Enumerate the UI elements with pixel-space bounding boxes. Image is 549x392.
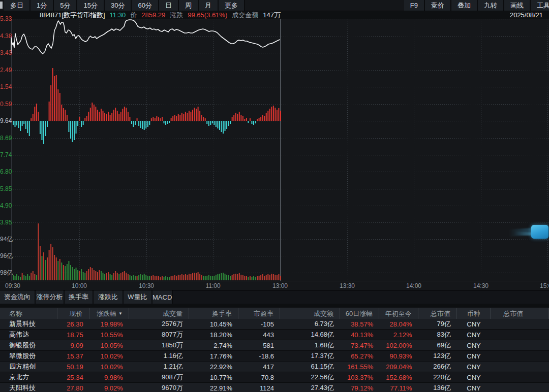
y-axis-label: 1.54 bbox=[0, 84, 12, 90]
period-menu-item[interactable]: 多日 bbox=[4, 0, 30, 11]
cell-market-cap: 136亿 bbox=[418, 383, 457, 392]
cell-volume: 9670万 bbox=[129, 383, 189, 392]
cell-market-cap: 123亿 bbox=[418, 351, 457, 361]
cell-change-pct: 9.98% bbox=[89, 374, 129, 381]
cell-price: 9.09 bbox=[57, 342, 89, 349]
period-menu-item[interactable]: 周 bbox=[179, 0, 199, 11]
x-axis-label: 14:00 bbox=[406, 282, 421, 289]
tools-menu-item[interactable]: 画线 bbox=[504, 0, 531, 11]
y-axis-label: 5.33 bbox=[0, 16, 12, 22]
period-menu-item[interactable]: 月 bbox=[199, 0, 219, 11]
y-axis-label: 98亿 bbox=[0, 270, 13, 276]
cell-amount: 1.68亿 bbox=[280, 341, 340, 350]
col-header-amount[interactable]: 成交额 bbox=[280, 308, 340, 319]
quote-time: 11:30 bbox=[110, 11, 126, 19]
tools-menu-item[interactable]: 叠加 bbox=[451, 0, 478, 11]
cell-name: 天阳科技 bbox=[0, 383, 57, 392]
cell-turnover: 2.74% bbox=[189, 342, 238, 349]
cell-price: 27.80 bbox=[57, 384, 89, 392]
col-header-60d-gain[interactable]: 60日涨幅 bbox=[340, 308, 379, 319]
indicator-tab[interactable]: W量比 bbox=[124, 290, 152, 304]
cell-name: 御银股份 bbox=[0, 341, 57, 350]
indicator-tab[interactable]: MACD bbox=[152, 290, 173, 304]
cell-currency: CNY bbox=[457, 342, 491, 349]
indicator-tab[interactable]: 换手率 bbox=[65, 290, 94, 304]
table-row[interactable]: 四方精创 50.19 10.02% 1.21亿 22.92% 417 61.15… bbox=[0, 362, 549, 372]
cell-amount: 14.68亿 bbox=[280, 330, 340, 339]
col-header-market-cap[interactable]: 总市值 bbox=[418, 308, 457, 319]
cell-turnover: 18.20% bbox=[189, 331, 238, 339]
cell-change-pct: 10.02% bbox=[89, 352, 129, 360]
cell-market-cap: 79亿 bbox=[418, 319, 457, 329]
cell-pe: -18.6 bbox=[238, 352, 280, 360]
period-menu-item[interactable]: 60分 bbox=[132, 0, 159, 11]
cell-60d-gain: 161.55% bbox=[340, 363, 379, 371]
intraday-chart[interactable]: 5.334.383.432.491.540.599.648.697.746.80… bbox=[0, 19, 549, 281]
cell-currency: CNY bbox=[457, 374, 491, 381]
y-axis-label: 9.64 bbox=[0, 118, 12, 124]
price-value: 2859.29 bbox=[141, 11, 165, 19]
tools-menu-item[interactable]: 竞价 bbox=[425, 0, 451, 11]
sort-desc-icon: ▼ bbox=[118, 311, 123, 316]
indicator-tab[interactable]: 资金流向 bbox=[0, 290, 36, 304]
cell-turnover: 22.91% bbox=[189, 384, 238, 392]
trade-date: 2025/08/21 bbox=[510, 11, 543, 19]
tools-menu-item[interactable]: 工具 bbox=[531, 0, 549, 11]
table-row[interactable]: 京北方 25.34 9.98% 9087万 10.77% 70.8 22.56亿… bbox=[0, 372, 549, 383]
y-axis-label: 96亿 bbox=[0, 253, 13, 259]
col-header-volume[interactable]: 成交量 bbox=[129, 308, 189, 319]
period-menu-item[interactable]: 更多 bbox=[219, 0, 245, 11]
period-menu-item[interactable]: 15分 bbox=[77, 0, 104, 11]
quote-infobar: 884871[数字货币指数] 11:30 价 2859.29 涨跌 99.65(… bbox=[0, 11, 549, 19]
col-header-turnover[interactable]: 换手率 bbox=[189, 308, 238, 319]
period-menu-item[interactable]: 5分 bbox=[54, 0, 77, 11]
x-axis-label: 11:00 bbox=[205, 282, 220, 289]
col-header-currency[interactable]: 币种 bbox=[457, 308, 491, 319]
tools-menu-item[interactable]: F9 bbox=[404, 0, 425, 11]
index-code-name: 884871[数字货币指数] bbox=[40, 11, 105, 20]
cell-market-cap: 83亿 bbox=[418, 330, 457, 339]
table-row[interactable]: 新晨科技 26.30 19.98% 2576万 10.45% -105 6.73… bbox=[0, 319, 549, 330]
period-menu-item[interactable]: 1分 bbox=[30, 0, 54, 11]
cell-change-pct: 10.55% bbox=[89, 331, 129, 339]
table-row[interactable]: 高伟达 18.75 10.55% 8077万 18.20% 443 14.68亿… bbox=[0, 330, 549, 340]
table-row[interactable]: 天阳科技 27.80 9.02% 9670万 22.91% 1124 27.43… bbox=[0, 383, 549, 392]
indicator-tab[interactable]: 涨跌比 bbox=[94, 290, 124, 304]
cell-60d-gain: 73.47% bbox=[340, 342, 379, 349]
chart-canvas[interactable] bbox=[0, 19, 549, 281]
col-header-pe[interactable]: 市盈率 bbox=[238, 308, 280, 319]
cell-price: 18.75 bbox=[57, 331, 89, 339]
cell-price: 25.34 bbox=[57, 374, 89, 381]
table-row[interactable]: 翠微股份 15.37 10.02% 1.16亿 17.76% -18.6 17.… bbox=[0, 351, 549, 362]
cell-amount: 22.56亿 bbox=[280, 373, 340, 382]
table-row[interactable]: 御银股份 9.09 10.05% 1850万 2.74% 581 1.68亿 7… bbox=[0, 340, 549, 351]
col-header-change-pct[interactable]: 涨跌幅▼ bbox=[89, 308, 129, 319]
col-header-price[interactable]: 现价 bbox=[57, 308, 89, 319]
cell-currency: CNY bbox=[457, 363, 491, 371]
cell-market-cap: 69亿 bbox=[418, 341, 457, 350]
cell-currency: CNY bbox=[457, 331, 491, 339]
cell-pe: 581 bbox=[238, 342, 280, 349]
tools-menu-item[interactable]: 九转 bbox=[478, 0, 504, 11]
col-header-total-cap[interactable]: 总市值 bbox=[491, 308, 549, 319]
period-menu: 多日1分5分15分30分60分日周月更多 bbox=[4, 0, 245, 11]
period-menubar: 多日1分5分15分30分60分日周月更多 F9竞价叠加九转画线工具 bbox=[0, 0, 549, 11]
col-header-ytd[interactable]: 年初至今 bbox=[379, 308, 418, 319]
period-menu-item[interactable]: 30分 bbox=[105, 0, 132, 11]
cell-ytd: 152.68% bbox=[379, 374, 418, 381]
indicator-tab[interactable]: 涨停分析 bbox=[36, 290, 65, 304]
price-label: 价 bbox=[130, 11, 137, 20]
cell-name: 新晨科技 bbox=[0, 319, 57, 329]
change-label: 涨跌 bbox=[170, 11, 183, 20]
col-header-name[interactable]: 名称 bbox=[0, 308, 57, 319]
left-edge-handle[interactable] bbox=[0, 2, 3, 9]
price-line bbox=[11, 20, 280, 54]
cell-name: 四方精创 bbox=[0, 362, 57, 371]
period-menu-item[interactable]: 日 bbox=[159, 0, 179, 11]
cell-ytd: 209.04% bbox=[379, 363, 418, 371]
amount-value: 147万 bbox=[263, 11, 281, 20]
cell-ytd: 77.11% bbox=[379, 384, 418, 392]
y-axis-label: 8.69 bbox=[0, 135, 12, 141]
cell-pe: -105 bbox=[238, 320, 280, 328]
section-divider bbox=[0, 304, 549, 308]
